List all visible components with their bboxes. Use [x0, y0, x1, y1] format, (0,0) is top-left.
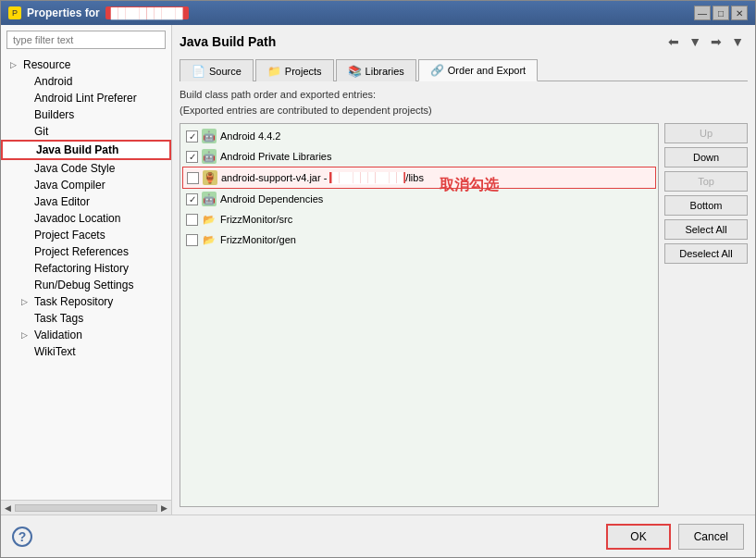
down-button[interactable]: Down: [664, 147, 748, 167]
tab-order-export[interactable]: 🔗 Order and Export: [418, 59, 538, 81]
scroll-track[interactable]: [15, 504, 157, 512]
sidebar-item-task-tags[interactable]: Task Tags: [1, 310, 171, 327]
sidebar-label-validation: Validation: [34, 329, 82, 341]
android-deps-icon: 🤖: [202, 192, 217, 206]
expand-arrow-tr: ▷: [21, 297, 31, 306]
sidebar-label-refactoring: Refactoring History: [34, 262, 129, 275]
tab-source[interactable]: 📄 Source: [180, 59, 254, 81]
bottom-button[interactable]: Bottom: [664, 195, 748, 216]
sidebar-scrollbar[interactable]: ◀ ▶: [1, 500, 171, 515]
nav-arrows: ⬅ ▼ ➡ ▼: [664, 32, 748, 51]
list-item-android-private[interactable]: 🤖 Android Private Libraries: [182, 146, 656, 167]
sidebar-item-java-code-style[interactable]: Java Code Style: [1, 160, 171, 177]
android-private-label: Android Private Libraries: [220, 151, 652, 162]
frizz-gen-label: FrizzMonitor/gen: [220, 234, 652, 245]
checkbox-frizz-gen[interactable]: [186, 234, 198, 246]
deselect-all-button[interactable]: Deselect All: [664, 243, 748, 264]
sidebar-item-project-references[interactable]: Project References: [1, 243, 171, 260]
sidebar-label-wikitext: WikiText: [34, 345, 76, 358]
tab-libraries[interactable]: 📚 Libraries: [336, 59, 416, 81]
minimize-button[interactable]: —: [694, 6, 711, 20]
sidebar-item-project-facets[interactable]: Project Facets: [1, 227, 171, 243]
dialog-body: ▷ Resource Android Android Lint Preferer…: [1, 25, 755, 515]
tab-order-export-label: Order and Export: [448, 65, 526, 76]
sidebar: ▷ Resource Android Android Lint Preferer…: [1, 25, 172, 515]
up-button[interactable]: Up: [664, 123, 748, 143]
maximize-button[interactable]: □: [713, 6, 729, 20]
dialog-window: P Properties for ██████████ — □ ✕ ▷ Reso…: [0, 0, 756, 558]
nav-forward-button[interactable]: ➡: [707, 32, 725, 51]
content-area: 🤖 Android 4.4.2 🤖 Android Private Librar…: [180, 123, 748, 507]
tree-view: ▷ Resource Android Android Lint Preferer…: [1, 55, 171, 500]
list-container[interactable]: 🤖 Android 4.4.2 🤖 Android Private Librar…: [180, 123, 659, 507]
filter-input[interactable]: [6, 31, 166, 49]
title-icon: P: [8, 6, 21, 19]
close-button[interactable]: ✕: [731, 6, 748, 20]
frizz-src-label: FrizzMonitor/src: [220, 214, 652, 225]
frizz-gen-icon: 📂: [202, 232, 217, 247]
sidebar-label-project-facets: Project Facets: [34, 229, 105, 242]
sidebar-item-resource[interactable]: ▷ Resource: [1, 56, 171, 73]
title-bar-left: P Properties for ██████████: [8, 6, 189, 19]
sidebar-item-java-compiler[interactable]: Java Compiler: [1, 177, 171, 193]
tab-bar: 📄 Source 📁 Projects 📚 Libraries 🔗 Order …: [180, 58, 748, 81]
expand-arrow-v: ▷: [21, 330, 31, 340]
sidebar-item-wikitext[interactable]: WikiText: [1, 343, 171, 360]
sidebar-item-validation[interactable]: ▷ Validation: [1, 327, 171, 343]
select-all-button[interactable]: Select All: [664, 219, 748, 240]
android-support-icon: 🏺: [203, 170, 217, 185]
nav-back-button[interactable]: ⬅: [664, 32, 683, 51]
title-bar: P Properties for ██████████ — □ ✕: [1, 1, 755, 25]
help-button[interactable]: ?: [12, 527, 32, 547]
sidebar-label-builders: Builders: [34, 108, 74, 121]
sidebar-item-run-debug[interactable]: Run/Debug Settings: [1, 277, 171, 293]
cancel-button[interactable]: Cancel: [678, 524, 744, 550]
sidebar-item-java-editor[interactable]: Java Editor: [1, 193, 171, 210]
sidebar-label-java-editor: Java Editor: [34, 195, 90, 208]
scroll-right-arrow[interactable]: ▶: [161, 503, 167, 513]
sidebar-item-android-lint[interactable]: Android Lint Preferer: [1, 90, 171, 106]
sidebar-item-javadoc[interactable]: Javadoc Location: [1, 210, 171, 227]
nav-dropdown-button[interactable]: ▼: [685, 32, 705, 51]
expand-arrow-resource: ▷: [10, 60, 19, 69]
sidebar-label-run-debug: Run/Debug Settings: [34, 279, 133, 291]
sidebar-label-android-lint: Android Lint Preferer: [34, 92, 137, 105]
sidebar-label-javadoc: Javadoc Location: [34, 212, 120, 225]
description-line1: Build class path order and exported entr…: [180, 87, 748, 103]
nav-forward-dropdown-button[interactable]: ▼: [727, 32, 748, 51]
list-item-android-442[interactable]: 🤖 Android 4.4.2: [182, 126, 656, 146]
top-button[interactable]: Top: [664, 171, 748, 192]
projects-icon: 📁: [267, 65, 281, 78]
checkbox-android-deps[interactable]: [186, 193, 198, 205]
description: Build class path order and exported entr…: [180, 87, 748, 118]
bottom-bar: ? OK Cancel: [1, 515, 755, 557]
sidebar-item-android[interactable]: Android: [1, 73, 171, 90]
title-bar-controls: — □ ✕: [694, 6, 748, 20]
ok-button[interactable]: OK: [606, 524, 670, 550]
sidebar-item-task-repository[interactable]: ▷ Task Repository: [1, 293, 171, 310]
sidebar-item-builders[interactable]: Builders: [1, 106, 171, 123]
list-item-android-deps[interactable]: 🤖 Android Dependencies: [182, 189, 656, 209]
android-private-icon: 🤖: [202, 149, 217, 164]
sidebar-item-java-build-path[interactable]: Java Build Path: [1, 140, 171, 160]
list-item-frizz-src[interactable]: 📂 FrizzMonitor/src: [182, 209, 656, 229]
checkbox-android-support[interactable]: [187, 172, 199, 184]
sidebar-item-git[interactable]: Git: [1, 123, 171, 140]
sidebar-label-task-repository: Task Repository: [34, 295, 113, 308]
tab-projects[interactable]: 📁 Projects: [255, 59, 334, 81]
sidebar-item-refactoring[interactable]: Refactoring History: [1, 260, 171, 277]
title-project-name: ██████████: [105, 6, 189, 19]
main-header: Java Build Path ⬅ ▼ ➡ ▼: [180, 32, 748, 51]
checkbox-android-442[interactable]: [186, 130, 198, 143]
android-support-label: android-support-v4.jar - ██████████/libs: [221, 172, 651, 183]
scroll-left-arrow[interactable]: ◀: [5, 503, 11, 513]
button-panel: Up Down Top Bottom Select All Deselect A…: [664, 123, 748, 507]
tab-projects-label: Projects: [285, 66, 322, 77]
list-item-android-support[interactable]: 🏺 android-support-v4.jar - ██████████/li…: [182, 167, 656, 189]
sidebar-label-project-references: Project References: [34, 245, 129, 258]
sidebar-label-java-compiler: Java Compiler: [34, 179, 105, 192]
description-line2: (Exported entries are contributed to dep…: [180, 103, 748, 118]
checkbox-frizz-src[interactable]: [186, 214, 198, 226]
checkbox-android-private[interactable]: [186, 151, 198, 163]
list-item-frizz-gen[interactable]: 📂 FrizzMonitor/gen: [182, 229, 656, 250]
